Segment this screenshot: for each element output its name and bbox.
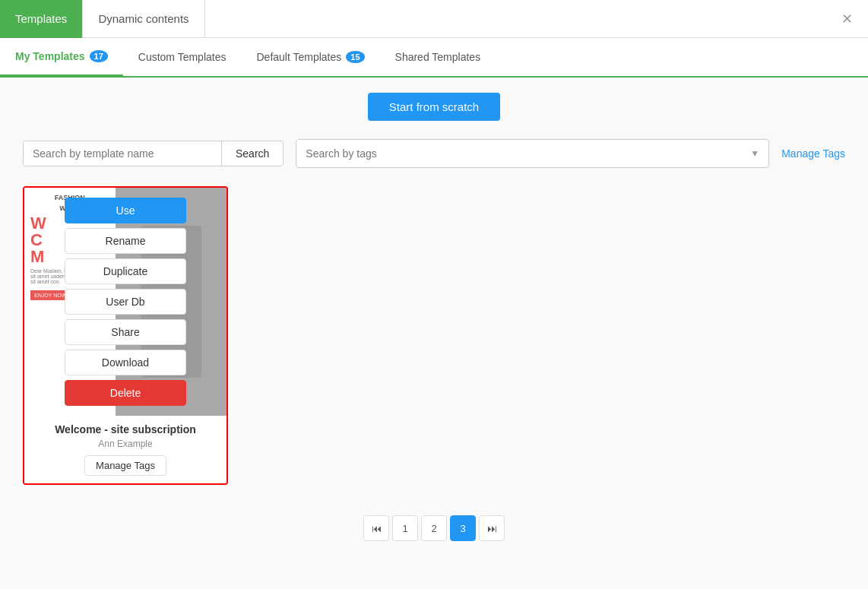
default-templates-badge: 15 (346, 51, 364, 63)
card-manage-tags-button[interactable]: Manage Tags (84, 455, 166, 476)
close-icon: ✕ (841, 11, 853, 27)
subtab-my-templates[interactable]: My Templates 17 (0, 37, 123, 77)
subtab-default-templates[interactable]: Default Templates 15 (241, 37, 379, 77)
start-from-scratch-button[interactable]: Start from scratch (368, 93, 500, 121)
subtab-shared-templates-label: Shared Templates (395, 51, 481, 63)
use-button[interactable]: Use (65, 198, 186, 223)
templates-grid: FASHION WEEK WCM Dear Madam, lorem ipsum… (23, 186, 845, 485)
subtab-custom-templates[interactable]: Custom Templates (123, 37, 242, 77)
sub-tab-bar: My Templates 17 Custom Templates Default… (0, 38, 868, 78)
my-templates-badge: 17 (90, 50, 108, 62)
search-tags-input[interactable] (306, 147, 750, 160)
subtab-my-templates-label: My Templates (15, 50, 85, 62)
main-content: Start from scratch Search ▼ Manage Tags … (0, 78, 868, 589)
download-button[interactable]: Download (65, 350, 186, 375)
tab-templates-label: Templates (15, 12, 67, 25)
tab-dynamic-contents[interactable]: Dynamic contents (83, 0, 204, 38)
start-from-scratch-row: Start from scratch (23, 93, 845, 121)
search-row: Search ▼ Manage Tags (23, 139, 845, 168)
search-name-button[interactable]: Search (221, 141, 283, 166)
subtab-custom-templates-label: Custom Templates (138, 51, 227, 63)
template-card-image: FASHION WEEK WCM Dear Madam, lorem ipsum… (24, 188, 227, 416)
card-footer: Welcome - site subscription Ann Example … (24, 416, 227, 483)
first-icon: ⏮ (372, 523, 382, 534)
page-1-label: 1 (402, 523, 407, 534)
card-author: Ann Example (33, 439, 217, 449)
tab-templates[interactable]: Templates (0, 0, 83, 38)
pagination-row: ⏮ 1 2 3 ⏭ (23, 515, 845, 556)
search-name-wrap: Search (23, 141, 284, 166)
page-2-label: 2 (431, 523, 436, 534)
pagination-last[interactable]: ⏭ (479, 515, 505, 541)
pagination-page-1[interactable]: 1 (392, 515, 418, 541)
subtab-default-templates-label: Default Templates (256, 51, 341, 63)
card-overlay: Use Rename Duplicate User Db Share Downl… (24, 188, 227, 416)
user-db-button[interactable]: User Db (65, 289, 186, 315)
delete-button[interactable]: Delete (65, 380, 186, 406)
rename-button[interactable]: Rename (65, 228, 186, 254)
manage-tags-link[interactable]: Manage Tags (781, 147, 845, 160)
top-tab-bar: Templates Dynamic contents ✕ (0, 0, 868, 38)
last-icon: ⏭ (487, 523, 497, 534)
tab-dynamic-contents-label: Dynamic contents (98, 12, 188, 25)
page-3-label: 3 (460, 523, 465, 534)
pagination-page-2[interactable]: 2 (421, 515, 447, 541)
close-button[interactable]: ✕ (826, 0, 868, 38)
share-button[interactable]: Share (65, 319, 186, 345)
card-title: Welcome - site subscription (33, 423, 217, 435)
template-card: FASHION WEEK WCM Dear Madam, lorem ipsum… (23, 186, 228, 485)
pagination-page-3[interactable]: 3 (450, 515, 476, 541)
search-name-input[interactable] (24, 141, 221, 166)
search-tags-wrap: ▼ (296, 139, 769, 168)
duplicate-button[interactable]: Duplicate (65, 258, 186, 284)
tags-dropdown-arrow[interactable]: ▼ (750, 148, 759, 159)
pagination-first[interactable]: ⏮ (363, 515, 389, 541)
subtab-shared-templates[interactable]: Shared Templates (380, 37, 496, 77)
